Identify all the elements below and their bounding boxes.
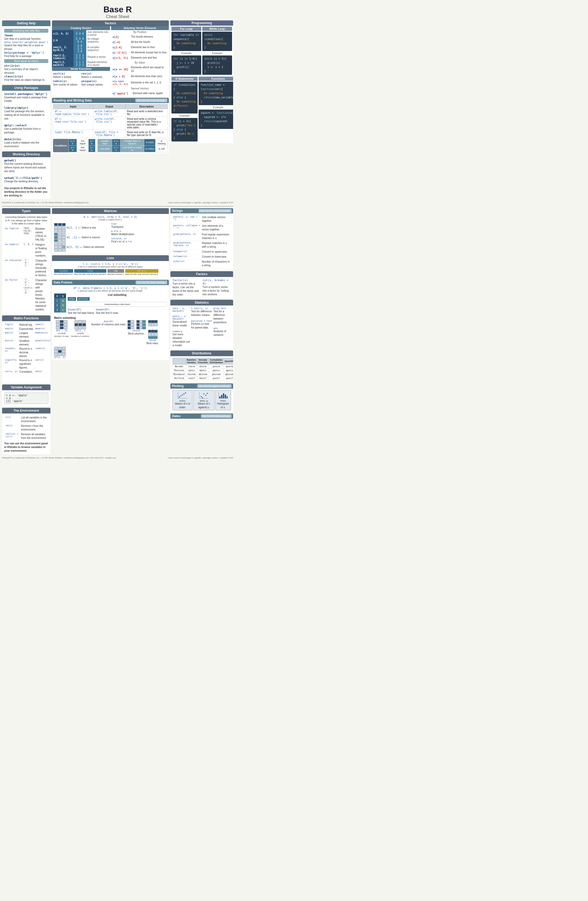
- svg-rect-19: [219, 396, 221, 398]
- val-table: x[x == 10] Elements which are equal to 1…: [111, 65, 169, 87]
- sel-row-4: x[-(2:4)] All elements except two to fou…: [112, 50, 168, 55]
- dist-th-4: Quantile: [224, 358, 233, 365]
- ms12: [82, 320, 86, 323]
- df-val-1a: 1: [54, 298, 61, 303]
- if-example-code: if (i > 3){ print('Yes') } else { print(…: [171, 118, 198, 142]
- list-item-1: l[[2]] Second element of l.: [54, 269, 73, 276]
- mc-20: [58, 242, 62, 245]
- mc-19: [54, 242, 58, 245]
- using-pkg-title: Using Packages: [2, 85, 50, 91]
- plot-x-svg: [177, 391, 188, 399]
- mat-fn-desc-1: Transpose: [111, 226, 124, 228]
- using-packages-section: Using Packages install.packages('dplyr')…: [2, 85, 50, 150]
- wd-note: Use projects in RStudio to set the worki…: [4, 187, 48, 198]
- matrix-sub-title: Matrix subsetting: [54, 316, 167, 320]
- mc-26: [58, 249, 62, 252]
- types-body: Converting between common data types in …: [2, 214, 50, 314]
- rbind-op: ↓ rbind Bind rows.: [146, 320, 159, 345]
- matrices-body: m <- matrix(x, nrow = 3, ncol = 3) Creat…: [52, 214, 169, 254]
- val-code-3: x[x %in%c(1, 2, 5)]: [113, 80, 128, 86]
- env-fn-3: rm(list = ls()): [5, 432, 20, 440]
- sel-desc-3: Elements two to four.: [130, 45, 168, 50]
- ms7: [56, 326, 59, 329]
- cond-label-2: [95, 139, 98, 146]
- rw-output-3: save(df, file = 'file.Rdata'): [93, 130, 126, 137]
- rw-th-1: Input: [53, 104, 93, 109]
- cbind-grid-1: [128, 320, 133, 329]
- val-desc-1: Elements which are equal to 10.: [130, 65, 168, 73]
- factors-title: Factors: [170, 271, 233, 277]
- dist-name-2: Poisson: [173, 368, 186, 373]
- lists-body: l <- list(x = 1:5, y = c('a', 'b')) A li…: [52, 261, 169, 278]
- vec-row-1: c(2, 4, 6) 2 4 6 Join elements into a ve…: [52, 30, 110, 37]
- df-view-desc-1: See the full data frame.: [68, 311, 95, 315]
- sel-table: x[4] The fourth element. x[-4] All but t…: [111, 34, 169, 61]
- maths-title: Maths Functions: [2, 315, 50, 321]
- str-desc-7: Number of characters in a string.: [201, 259, 231, 268]
- vector-functions-grid: sort(x) Return x sorted. rev(x) Return x…: [52, 71, 110, 87]
- ms24: [62, 350, 65, 353]
- vec-desc-4: Repeat a vector: [86, 53, 110, 60]
- df-view-fn-1: View(df): [68, 308, 81, 311]
- understanding-label: Understanding a data frame: [68, 302, 167, 307]
- for-loop-code: for (variable in sequence){ Do something…: [171, 32, 201, 51]
- str-row-6: tolower(x) Convert to lowercase.: [173, 254, 231, 259]
- ms13: [75, 323, 78, 326]
- list-viz: l[[2]] Second element of l. l[1] New lis…: [54, 269, 167, 276]
- for-example-code: for (i in 1:4){ j <- i + 10 print(j) }: [171, 55, 201, 75]
- help-item-1: ?mean Get help of a particular function.: [4, 34, 48, 41]
- msub-grid-4: [54, 347, 65, 356]
- lists-title: Lists: [52, 255, 169, 261]
- rw-input-3: load('file.RData'): [53, 130, 93, 137]
- more-code-2: class(iris): [4, 75, 48, 78]
- fn-example-code: square <- function(x){ squared <- x*x re…: [199, 109, 233, 129]
- cond-desc-3: Less than: [98, 146, 112, 152]
- help-code-1: ?mean: [4, 34, 48, 37]
- var-line-3: [1] 'apple': [6, 400, 47, 402]
- named-desc-1: Element with name 'apple'.: [132, 91, 168, 96]
- df-val-2a: 2: [54, 303, 61, 308]
- bottom-right-column: Strings Also see the stringr package. pa…: [170, 208, 233, 420]
- mf-fn-7: cor(x, y): [4, 370, 19, 381]
- vec-code-3: seq(2, 3, by=0.5): [52, 44, 73, 53]
- arrow-cbind: →: [134, 324, 136, 326]
- rw-desc-1: Read and write a delimited text file.: [126, 109, 168, 117]
- mf-fn-3b: median(x): [34, 331, 50, 339]
- list-subsetting-panel: List subsetting df$x df[[2]] Understandi…: [68, 293, 167, 315]
- maths-body: log(x) Natural log. sum(x) Sum. exp(x) E…: [2, 321, 50, 383]
- df-main-row: x y 1 a 2: [54, 293, 167, 315]
- sel-desc-4: All elements except two to four.: [130, 50, 168, 55]
- mc-7: [54, 229, 58, 232]
- strings-table: paste(x, y, sep = ' ') Join multiple vec…: [173, 215, 231, 268]
- pkg-code-1: install.packages('dplyr'): [4, 92, 48, 96]
- ms21: [62, 347, 65, 350]
- factor-desc-1: Turn a vector into a factor. Can set the…: [173, 282, 201, 296]
- mc-22: [54, 246, 58, 248]
- cg6: [131, 326, 134, 329]
- fn-example-label: Example: [199, 106, 233, 109]
- dist-q-3: qbinom: [224, 373, 233, 376]
- types-title: Types: [2, 208, 50, 214]
- mf-desc-3: Largest element.: [19, 331, 34, 339]
- svg-point-6: [184, 393, 185, 394]
- wd-item-1: getwd() Find the current working directo…: [4, 159, 48, 173]
- conditions-row: Conditions a == b Are equal a > b Greate…: [53, 139, 168, 152]
- mf-row-5: round(x, n) Round to n decimal places. r…: [4, 347, 50, 358]
- str-row-3: grep(pattern, x) Find regular expression…: [173, 232, 231, 241]
- type-ex-2: 1, 0, 1: [23, 242, 34, 258]
- vf-4: unique(x) See unique values.: [81, 80, 109, 87]
- ms1: [56, 320, 59, 323]
- df-also-see: Also see the dplyr package.: [135, 281, 167, 284]
- mat-grid-2: [54, 233, 65, 242]
- svg-point-7: [185, 392, 186, 393]
- df-val-2b: b: [60, 303, 66, 308]
- stats-grid: lm(y ~ x, data=df) glm(y ~ x, data=df) G…: [173, 307, 231, 347]
- dist-r-2: rpois: [186, 368, 197, 373]
- msub-op-2: df[2, ] ncol(df) Number of columns.: [71, 320, 90, 338]
- cond-expr-7: a <= b: [112, 146, 120, 152]
- list-item-4: l['y'] New list with only element named …: [125, 269, 159, 276]
- str-fn-5: toupper(x): [173, 249, 201, 254]
- df-header-row: x y: [54, 294, 66, 298]
- stat-fn-5: pairwise.t.test: [191, 320, 212, 322]
- strings-title: Strings: [172, 209, 183, 213]
